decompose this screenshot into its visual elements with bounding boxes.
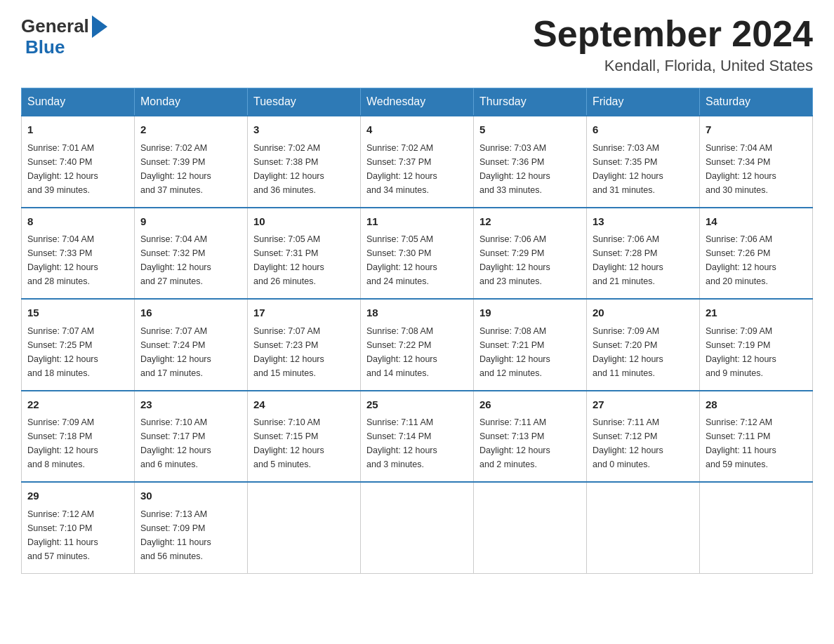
day-number: 18 — [366, 305, 468, 321]
calendar-cell — [474, 482, 587, 573]
header-day-sunday: Sunday — [22, 88, 135, 116]
day-number: 29 — [27, 488, 128, 504]
day-number: 15 — [27, 305, 128, 321]
day-number: 8 — [27, 214, 128, 230]
header-day-tuesday: Tuesday — [248, 88, 361, 116]
day-number: 11 — [366, 214, 468, 230]
calendar-cell: 11Sunrise: 7:05 AM Sunset: 7:30 PM Dayli… — [361, 208, 474, 300]
calendar-cell: 8Sunrise: 7:04 AM Sunset: 7:33 PM Daylig… — [22, 208, 135, 300]
calendar-title: September 2024 — [533, 14, 813, 54]
day-number: 19 — [479, 305, 581, 321]
day-number: 21 — [706, 305, 807, 321]
day-info: Sunrise: 7:01 AM Sunset: 7:40 PM Dayligh… — [27, 141, 128, 197]
week-row-3: 15Sunrise: 7:07 AM Sunset: 7:25 PM Dayli… — [22, 299, 813, 391]
day-info: Sunrise: 7:08 AM Sunset: 7:21 PM Dayligh… — [479, 324, 581, 380]
day-number: 28 — [706, 397, 807, 413]
day-info: Sunrise: 7:08 AM Sunset: 7:22 PM Dayligh… — [366, 324, 468, 380]
day-info: Sunrise: 7:09 AM Sunset: 7:20 PM Dayligh… — [593, 324, 694, 380]
calendar-cell: 5Sunrise: 7:03 AM Sunset: 7:36 PM Daylig… — [474, 116, 587, 208]
calendar-cell — [587, 482, 700, 573]
logo-general-text: General — [21, 17, 89, 35]
day-number: 13 — [593, 214, 694, 230]
day-info: Sunrise: 7:11 AM Sunset: 7:13 PM Dayligh… — [479, 415, 581, 471]
day-number: 23 — [140, 397, 241, 413]
day-number: 9 — [140, 214, 241, 230]
week-row-1: 1Sunrise: 7:01 AM Sunset: 7:40 PM Daylig… — [22, 116, 813, 208]
calendar-cell: 12Sunrise: 7:06 AM Sunset: 7:29 PM Dayli… — [474, 208, 587, 300]
calendar-cell: 21Sunrise: 7:09 AM Sunset: 7:19 PM Dayli… — [700, 299, 813, 391]
calendar-cell: 20Sunrise: 7:09 AM Sunset: 7:20 PM Dayli… — [587, 299, 700, 391]
day-info: Sunrise: 7:07 AM Sunset: 7:24 PM Dayligh… — [140, 324, 241, 380]
day-info: Sunrise: 7:05 AM Sunset: 7:31 PM Dayligh… — [253, 232, 355, 288]
day-number: 30 — [140, 488, 241, 504]
day-info: Sunrise: 7:13 AM Sunset: 7:09 PM Dayligh… — [140, 507, 241, 563]
day-number: 6 — [593, 122, 694, 138]
day-info: Sunrise: 7:10 AM Sunset: 7:17 PM Dayligh… — [140, 415, 241, 471]
day-number: 16 — [140, 305, 241, 321]
day-info: Sunrise: 7:11 AM Sunset: 7:14 PM Dayligh… — [366, 415, 468, 471]
calendar-cell: 23Sunrise: 7:10 AM Sunset: 7:17 PM Dayli… — [135, 391, 248, 483]
day-info: Sunrise: 7:04 AM Sunset: 7:32 PM Dayligh… — [140, 232, 241, 288]
day-info: Sunrise: 7:02 AM Sunset: 7:39 PM Dayligh… — [140, 141, 241, 197]
week-row-4: 22Sunrise: 7:09 AM Sunset: 7:18 PM Dayli… — [22, 391, 813, 483]
calendar-cell: 2Sunrise: 7:02 AM Sunset: 7:39 PM Daylig… — [135, 116, 248, 208]
day-info: Sunrise: 7:02 AM Sunset: 7:37 PM Dayligh… — [366, 141, 468, 197]
calendar-cell: 19Sunrise: 7:08 AM Sunset: 7:21 PM Dayli… — [474, 299, 587, 391]
logo-arrow-icon — [92, 15, 107, 38]
calendar-cell: 17Sunrise: 7:07 AM Sunset: 7:23 PM Dayli… — [248, 299, 361, 391]
day-info: Sunrise: 7:11 AM Sunset: 7:12 PM Dayligh… — [593, 415, 694, 471]
week-row-2: 8Sunrise: 7:04 AM Sunset: 7:33 PM Daylig… — [22, 208, 813, 300]
day-info: Sunrise: 7:02 AM Sunset: 7:38 PM Dayligh… — [253, 141, 355, 197]
calendar-cell: 26Sunrise: 7:11 AM Sunset: 7:13 PM Dayli… — [474, 391, 587, 483]
day-number: 22 — [27, 397, 128, 413]
calendar-table: SundayMondayTuesdayWednesdayThursdayFrid… — [21, 88, 813, 574]
day-info: Sunrise: 7:07 AM Sunset: 7:23 PM Dayligh… — [253, 324, 355, 380]
day-info: Sunrise: 7:10 AM Sunset: 7:15 PM Dayligh… — [253, 415, 355, 471]
calendar-cell — [248, 482, 361, 573]
day-info: Sunrise: 7:09 AM Sunset: 7:18 PM Dayligh… — [27, 415, 128, 471]
calendar-cell: 15Sunrise: 7:07 AM Sunset: 7:25 PM Dayli… — [22, 299, 135, 391]
day-info: Sunrise: 7:12 AM Sunset: 7:10 PM Dayligh… — [27, 507, 128, 563]
calendar-cell: 29Sunrise: 7:12 AM Sunset: 7:10 PM Dayli… — [22, 482, 135, 573]
calendar-cell: 24Sunrise: 7:10 AM Sunset: 7:15 PM Dayli… — [248, 391, 361, 483]
calendar-cell: 27Sunrise: 7:11 AM Sunset: 7:12 PM Dayli… — [587, 391, 700, 483]
day-number: 2 — [140, 122, 241, 138]
header-day-wednesday: Wednesday — [361, 88, 474, 116]
calendar-cell: 7Sunrise: 7:04 AM Sunset: 7:34 PM Daylig… — [700, 116, 813, 208]
calendar-cell — [361, 482, 474, 573]
header-day-monday: Monday — [135, 88, 248, 116]
day-info: Sunrise: 7:03 AM Sunset: 7:35 PM Dayligh… — [593, 141, 694, 197]
day-info: Sunrise: 7:04 AM Sunset: 7:33 PM Dayligh… — [27, 232, 128, 288]
calendar-cell: 9Sunrise: 7:04 AM Sunset: 7:32 PM Daylig… — [135, 208, 248, 300]
day-number: 20 — [593, 305, 694, 321]
calendar-cell: 10Sunrise: 7:05 AM Sunset: 7:31 PM Dayli… — [248, 208, 361, 300]
logo-blue-text: Blue — [25, 38, 107, 56]
calendar-cell: 6Sunrise: 7:03 AM Sunset: 7:35 PM Daylig… — [587, 116, 700, 208]
day-info: Sunrise: 7:04 AM Sunset: 7:34 PM Dayligh… — [706, 141, 807, 197]
day-number: 5 — [479, 122, 581, 138]
day-info: Sunrise: 7:05 AM Sunset: 7:30 PM Dayligh… — [366, 232, 468, 288]
calendar-subtitle: Kendall, Florida, United States — [533, 57, 813, 75]
calendar-cell: 1Sunrise: 7:01 AM Sunset: 7:40 PM Daylig… — [22, 116, 135, 208]
calendar-cell: 3Sunrise: 7:02 AM Sunset: 7:38 PM Daylig… — [248, 116, 361, 208]
calendar-cell — [700, 482, 813, 573]
logo: General Blue — [21, 14, 107, 56]
day-number: 12 — [479, 214, 581, 230]
page: General Blue September 2024 Kendall, Flo… — [0, 0, 834, 595]
calendar-cell: 25Sunrise: 7:11 AM Sunset: 7:14 PM Dayli… — [361, 391, 474, 483]
calendar-cell: 28Sunrise: 7:12 AM Sunset: 7:11 PM Dayli… — [700, 391, 813, 483]
day-info: Sunrise: 7:06 AM Sunset: 7:26 PM Dayligh… — [706, 232, 807, 288]
header-day-thursday: Thursday — [474, 88, 587, 116]
week-row-5: 29Sunrise: 7:12 AM Sunset: 7:10 PM Dayli… — [22, 482, 813, 573]
day-info: Sunrise: 7:12 AM Sunset: 7:11 PM Dayligh… — [706, 415, 807, 471]
day-info: Sunrise: 7:09 AM Sunset: 7:19 PM Dayligh… — [706, 324, 807, 380]
title-block: September 2024 Kendall, Florida, United … — [533, 14, 813, 75]
calendar-cell: 4Sunrise: 7:02 AM Sunset: 7:37 PM Daylig… — [361, 116, 474, 208]
day-number: 3 — [253, 122, 355, 138]
calendar-cell: 18Sunrise: 7:08 AM Sunset: 7:22 PM Dayli… — [361, 299, 474, 391]
day-info: Sunrise: 7:06 AM Sunset: 7:29 PM Dayligh… — [479, 232, 581, 288]
header: General Blue September 2024 Kendall, Flo… — [21, 14, 813, 75]
day-number: 4 — [366, 122, 468, 138]
day-number: 1 — [27, 122, 128, 138]
calendar-cell: 13Sunrise: 7:06 AM Sunset: 7:28 PM Dayli… — [587, 208, 700, 300]
